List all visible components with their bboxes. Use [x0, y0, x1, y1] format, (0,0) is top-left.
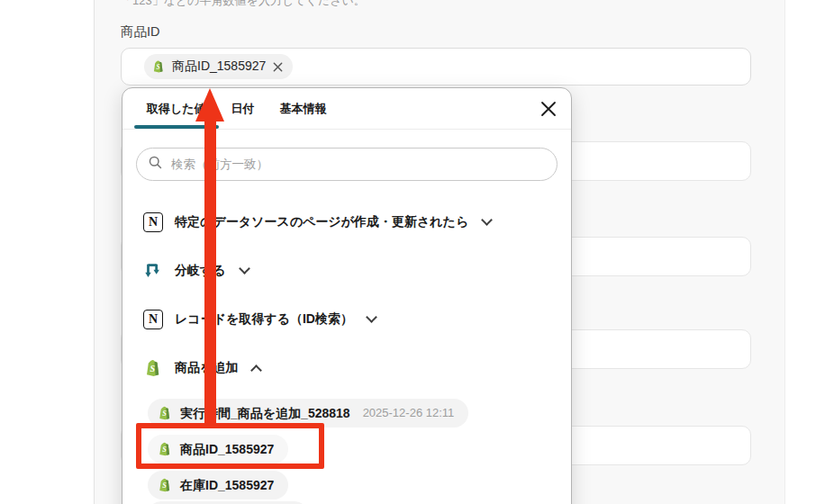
group-notion-get-record[interactable]: N レコードを取得する（ID検索） [122, 295, 571, 344]
svg-text:S: S [150, 364, 156, 374]
popup-tabs: 取得した値 日付 基本情報 [122, 88, 571, 129]
selected-value-chip[interactable]: S 商品ID_1585927 [144, 54, 293, 79]
value-item-product-id[interactable]: S 商品ID_1585927 [148, 435, 288, 464]
tab-date[interactable]: 日付 [219, 101, 267, 129]
svg-text:S: S [162, 446, 167, 454]
shopify-icon: S [157, 405, 173, 421]
notion-icon: N [143, 212, 163, 232]
search-input[interactable] [171, 158, 546, 171]
svg-text:S: S [162, 482, 167, 490]
value-item-inventory-id[interactable]: S 在庫ID_1585927 [148, 471, 288, 500]
value-picker-popup: 取得した値 日付 基本情報 N 特定のデータソースのページが作成・更新されたら [122, 87, 572, 504]
shopify-icon: S [151, 59, 166, 74]
tab-obtained-values[interactable]: 取得した値 [134, 101, 219, 129]
group-branch[interactable]: 分岐する [122, 247, 571, 295]
close-icon[interactable] [539, 99, 558, 119]
tab-basic-info[interactable]: 基本情報 [267, 101, 340, 129]
search-box[interactable] [136, 148, 558, 181]
search-icon [148, 155, 163, 174]
group-list: N 特定のデータソースのページが作成・更新されたら 分岐する [122, 198, 571, 392]
field-helper-text: 「123」などの半角数値を入力してください。 [121, 0, 366, 9]
shopify-icon: S [143, 358, 163, 378]
group-shopify-add-product[interactable]: S 商品を追加 [122, 344, 571, 392]
chevron-up-icon [250, 364, 262, 376]
branch-icon [143, 261, 163, 281]
screen: 「123」などの半角数値を入力してください。 商品ID S 商品ID_15859… [0, 0, 825, 504]
notion-icon: N [143, 310, 163, 329]
value-item-runtime[interactable]: S 実行時間_商品を追加_528818 2025-12-26 12:11 [148, 399, 468, 428]
chevron-down-icon [366, 311, 377, 323]
field-label-product-id: 商品ID [121, 23, 160, 40]
chip-remove-icon[interactable] [272, 61, 284, 73]
shopify-icon: S [157, 441, 173, 457]
svg-text:S: S [156, 63, 159, 71]
svg-text:S: S [162, 410, 167, 418]
value-timestamp: 2025-12-26 12:11 [363, 399, 455, 428]
chevron-down-icon [481, 214, 493, 226]
group-notion-trigger[interactable]: N 特定のデータソースのページが作成・更新されたら [122, 198, 571, 247]
chip-label: 商品ID_1585927 [172, 58, 266, 75]
chevron-down-icon [239, 263, 250, 274]
value-list: S 実行時間_商品を追加_528818 2025-12-26 12:11 S [148, 399, 571, 500]
tabs-divider [122, 129, 571, 130]
shopify-icon: S [157, 477, 173, 493]
